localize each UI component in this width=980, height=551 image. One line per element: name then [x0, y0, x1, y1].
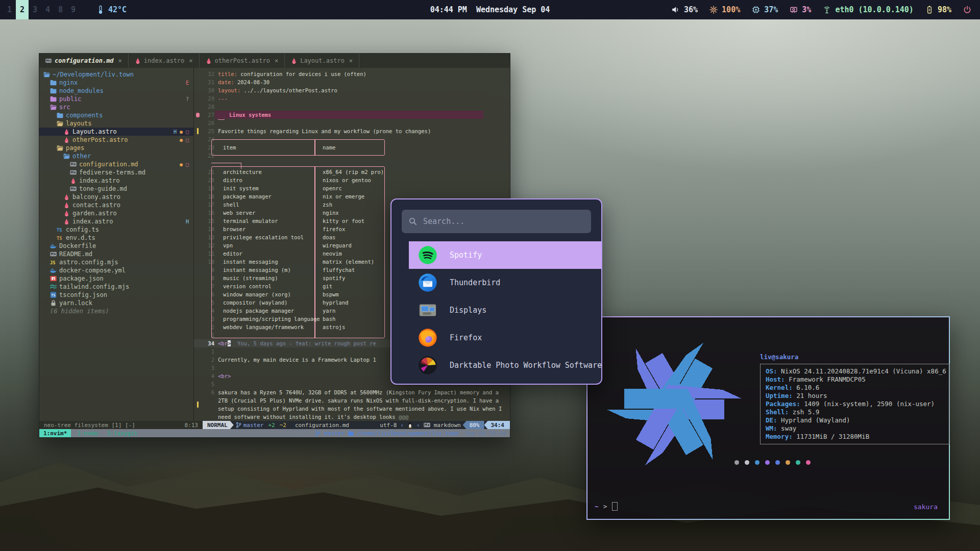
- folder-icon: [50, 80, 57, 86]
- git-branch-icon: [315, 431, 321, 436]
- prompt-cwd: ~: [595, 503, 599, 510]
- tree-item-components[interactable]: components: [39, 111, 193, 119]
- tree-item-tailwind.config.mjs[interactable]: tailwind.config.mjs: [39, 283, 193, 291]
- astro-icon: [63, 218, 70, 224]
- tree-item-Layout.astro[interactable]: Layout.astroH●□: [39, 128, 193, 136]
- tree-item-pages[interactable]: pages: [39, 144, 193, 152]
- neotree-status-text: neo-tree filesystem [1] [-]: [44, 422, 135, 429]
- launcher-item-displays[interactable]: Displays: [409, 296, 601, 324]
- tree-item-otherPost.astro[interactable]: otherPost.astro●□: [39, 136, 193, 144]
- fastfetch-terminal-window: liv@sakura OS: NixOS 24.11.20240828.71e9…: [586, 316, 950, 520]
- tree-item-contact.astro[interactable]: contact.astro: [39, 201, 193, 209]
- clock: 04:44 PM Wednesday Sep 04: [430, 5, 550, 14]
- battery-widget: 98%: [925, 5, 951, 14]
- tree-item-Dockerfile[interactable]: Dockerfile: [39, 242, 193, 250]
- gpu-value: 3%: [802, 5, 811, 14]
- tree-item-nodemodules[interactable]: node_modules: [39, 87, 193, 95]
- folder-open-icon: [43, 71, 50, 78]
- user-host-title: liv@sakura: [760, 353, 950, 361]
- tree-item-6hiddenitems[interactable]: (6 hidden items): [39, 307, 193, 315]
- tab-otherPost.astro[interactable]: otherPost.astro×: [200, 54, 285, 68]
- docker-icon: [50, 243, 57, 249]
- thermometer-icon: [96, 5, 105, 14]
- md-icon: [45, 58, 52, 64]
- editor-line: 271Linux systems: [194, 111, 510, 119]
- workspace-1[interactable]: 1: [3, 0, 16, 19]
- tree-item-balcony.astro[interactable]: balcony.astro: [39, 193, 193, 201]
- folder-open-icon: [57, 120, 63, 127]
- system-info: liv@sakura OS: NixOS 24.11.20240828.71e9…: [760, 353, 950, 444]
- tree-item-other[interactable]: other: [39, 152, 193, 160]
- docker-icon: [50, 267, 57, 273]
- tree-item-src[interactable]: src: [39, 103, 193, 111]
- tree-item-garden.astro[interactable]: garden.astro: [39, 209, 193, 217]
- close-icon[interactable]: ×: [275, 57, 278, 64]
- folder-icon: [348, 431, 354, 436]
- tree-item-fediverse-terms.md[interactable]: fediverse-terms.md: [39, 168, 193, 177]
- tmux-window-active[interactable]: 1:nvim*: [39, 429, 71, 437]
- tree-item-config.ts[interactable]: config.ts: [39, 226, 193, 234]
- tree-item-env.d.ts[interactable]: env.d.ts: [39, 234, 193, 242]
- tree-item-index.astro[interactable]: index.astro: [39, 177, 193, 185]
- workspace-2[interactable]: 2: [16, 0, 29, 19]
- editor-statusline: neo-tree filesystem [1] [-] 8:13 NORMAL …: [39, 421, 510, 429]
- spotify-icon: [418, 245, 437, 265]
- workspace-8[interactable]: 8: [54, 0, 67, 19]
- tree-item-configuration.md[interactable]: configuration.md●□: [39, 160, 193, 168]
- workspace-9[interactable]: 9: [67, 0, 80, 19]
- file-encoding: utf-8: [380, 422, 397, 429]
- tree-item-layouts[interactable]: layouts: [39, 119, 193, 128]
- workspace-3[interactable]: 3: [29, 0, 41, 19]
- tree-item-index.astro[interactable]: index.astroH: [39, 217, 193, 226]
- git-status-badges: ●□: [180, 137, 189, 143]
- brightness-widget[interactable]: 100%: [709, 5, 740, 14]
- palette-dot: [745, 460, 749, 465]
- tmux-window-3[interactable]: 3:lazygit: [107, 430, 138, 437]
- launcher-item-darktable[interactable]: Darktable Photo Workflow Software: [409, 352, 601, 379]
- astro-icon: [63, 129, 70, 135]
- launcher-item-spotify[interactable]: Spotify: [409, 241, 601, 269]
- launcher-search-box[interactable]: [402, 210, 591, 233]
- tree-item-docker-compose.yml[interactable]: docker-compose.yml: [39, 266, 193, 274]
- tree-item-README.md[interactable]: README.md: [39, 250, 193, 258]
- folder-open-icon: [57, 145, 63, 151]
- thunderbird-icon: [418, 273, 437, 292]
- power-button[interactable]: [963, 5, 972, 14]
- workspace-4[interactable]: 4: [41, 0, 54, 19]
- system-info-box: OS: NixOS 24.11.20240828.71e91c4 (Vicuna…: [760, 364, 950, 444]
- tree-item-~Developmentliv.town[interactable]: ~/Development/liv.town: [39, 70, 193, 79]
- tab-Layout.astro[interactable]: Layout.astro×: [285, 54, 359, 68]
- npm-icon: [50, 276, 57, 282]
- volume-widget[interactable]: 36%: [671, 5, 698, 14]
- astro-icon: [70, 178, 77, 184]
- close-icon[interactable]: ×: [118, 57, 122, 64]
- tab-configuration.md[interactable]: configuration.md×: [39, 54, 129, 68]
- editor-line: 26: [194, 119, 510, 127]
- palette-dot: [806, 460, 811, 465]
- launcher-item-thunderbird[interactable]: Thunderbird: [409, 269, 601, 296]
- editor-line: 20distronixos or gentoo: [194, 176, 510, 184]
- close-icon[interactable]: ×: [189, 57, 192, 64]
- tree-item-package.json[interactable]: package.json: [39, 274, 193, 283]
- tree-item-yarn.lock[interactable]: yarn.lock: [39, 299, 193, 307]
- tree-item-public[interactable]: public?: [39, 95, 193, 103]
- network-widget[interactable]: eth0 (10.0.0.140): [822, 5, 914, 14]
- close-icon[interactable]: ×: [349, 57, 353, 64]
- tree-item-tone-guide.md[interactable]: tone-guide.md: [39, 185, 193, 193]
- neotree-cursor-pos: 8:13: [185, 422, 199, 429]
- nixos-logo: [598, 324, 751, 484]
- tree-item-nginx[interactable]: nginxE: [39, 79, 193, 87]
- battery-value: 98%: [938, 5, 951, 14]
- tree-item-astro.config.mjs[interactable]: astro.config.mjs: [39, 258, 193, 266]
- workspace-switcher[interactable]: 123489: [3, 0, 80, 19]
- tree-item-tsconfig.json[interactable]: tsconfig.json: [39, 291, 193, 299]
- tmux-window-2[interactable]: 2:node-: [77, 430, 101, 437]
- search-input[interactable]: [422, 216, 584, 227]
- editor-line: 23itemname: [194, 143, 510, 152]
- folder-icon: [57, 112, 63, 118]
- palette-dot: [796, 460, 800, 465]
- shell-prompt[interactable]: ~ >: [595, 502, 618, 511]
- markdown-icon: [424, 422, 430, 428]
- tab-index.astro[interactable]: index.astro×: [129, 54, 200, 68]
- launcher-item-firefox[interactable]: Firefox: [409, 324, 601, 352]
